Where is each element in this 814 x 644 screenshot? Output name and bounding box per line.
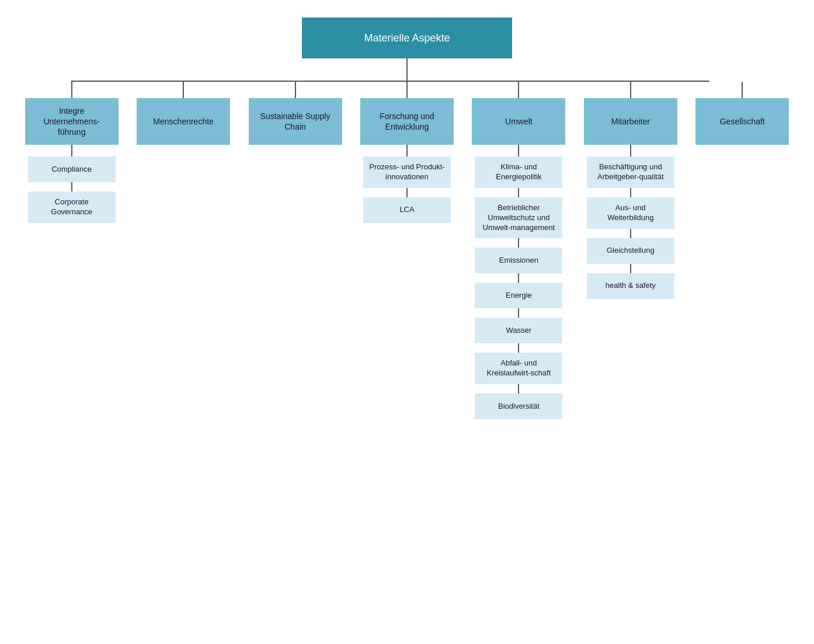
node-menschenrechte: Menschenrechte: [137, 98, 230, 145]
node-integre: Integre Unternehmens-führung: [25, 98, 119, 145]
col-supply-chain: Sustainable Supply Chain: [239, 82, 351, 145]
col-mitarbeiter: Mitarbeiter Beschäftigung und Arbeitgebe…: [575, 82, 686, 299]
col-integre: Integre Unternehmens-führung Compliance …: [16, 82, 127, 223]
label-forschung: Forschung und Entwicklung: [366, 111, 448, 132]
h-branch-line: [71, 81, 709, 82]
col-gesellschaft: Gesellschaft: [687, 82, 798, 145]
label-beschaeftigung: Beschäftigung und Arbeitgeber-qualität: [593, 162, 669, 182]
node-gleichstellung: Gleichstellung: [587, 238, 674, 264]
label-supply-chain: Sustainable Supply Chain: [255, 111, 336, 132]
node-biodiversitat: Biodiversität: [475, 394, 562, 419]
label-abfall: Abfall- und Kreislaufwirt-schaft: [481, 358, 556, 378]
label-emissionen: Emissionen: [499, 256, 538, 266]
node-corporate-governance: Corporate Governance: [28, 192, 116, 223]
node-klima: Klima- und Energiepolitik: [475, 156, 562, 188]
label-energie: Energie: [506, 291, 532, 301]
label-health-safety: health & safety: [606, 281, 656, 291]
node-prozess: Prozess- und Produkt-innovationen: [363, 156, 451, 188]
v-conn-integre: [71, 82, 72, 98]
node-wasser: Wasser: [475, 318, 562, 343]
node-lca: LCA: [363, 197, 451, 223]
label-corporate-governance: Corporate Governance: [34, 197, 110, 217]
h-branch-container: [16, 81, 798, 82]
node-gesellschaft: Gesellschaft: [695, 98, 789, 145]
node-emissionen: Emissionen: [475, 248, 562, 273]
label-compliance: Compliance: [51, 165, 92, 175]
label-gesellschaft: Gesellschaft: [720, 116, 765, 127]
col-forschung: Forschung und Entwicklung Prozess- und P…: [351, 82, 462, 223]
label-klima: Klima- und Energiepolitik: [481, 162, 556, 182]
label-wasser: Wasser: [506, 326, 532, 336]
label-biodiversitat: Biodiversität: [498, 402, 540, 412]
label-gleichstellung: Gleichstellung: [607, 246, 655, 256]
node-mitarbeiter: Mitarbeiter: [584, 98, 677, 145]
node-energie: Energie: [475, 283, 562, 308]
node-beschaeftigung: Beschäftigung und Arbeitgeber-qualität: [587, 156, 674, 188]
node-ausbildung: Aus- und Weiterbildung: [587, 197, 674, 229]
level1-row: Integre Unternehmens-führung Compliance …: [16, 82, 798, 419]
node-health-safety: health & safety: [587, 273, 674, 299]
label-lca: LCA: [399, 205, 414, 215]
label-prozess: Prozess- und Produkt-innovationen: [369, 162, 445, 182]
label-betrieblicher: Betrieblicher Umweltschutz und Umwelt-ma…: [481, 203, 556, 233]
label-umwelt: Umwelt: [505, 116, 533, 127]
root-v-connector: [406, 58, 408, 81]
col-umwelt: Umwelt Klima- und Energiepolitik Betrieb…: [463, 82, 575, 419]
node-abfall: Abfall- und Kreislaufwirt-schaft: [475, 353, 562, 384]
root-node: Materielle Aspekte: [302, 18, 512, 58]
chart-container: Materielle Aspekte Integre Unternehmens-…: [0, 0, 814, 437]
node-forschung: Forschung und Entwicklung: [360, 98, 454, 145]
node-supply-chain: Sustainable Supply Chain: [249, 98, 342, 145]
label-integre: Integre Unternehmens-führung: [31, 106, 113, 138]
root-label: Materielle Aspekte: [364, 32, 450, 44]
node-umwelt: Umwelt: [472, 98, 565, 145]
node-compliance: Compliance: [28, 156, 116, 182]
label-menschenrechte: Menschenrechte: [153, 116, 214, 127]
label-mitarbeiter: Mitarbeiter: [611, 116, 650, 127]
node-betrieblicher: Betrieblicher Umweltschutz und Umwelt-ma…: [475, 197, 562, 239]
col-menschenrechte: Menschenrechte: [127, 82, 239, 145]
label-ausbildung: Aus- und Weiterbildung: [593, 203, 669, 223]
